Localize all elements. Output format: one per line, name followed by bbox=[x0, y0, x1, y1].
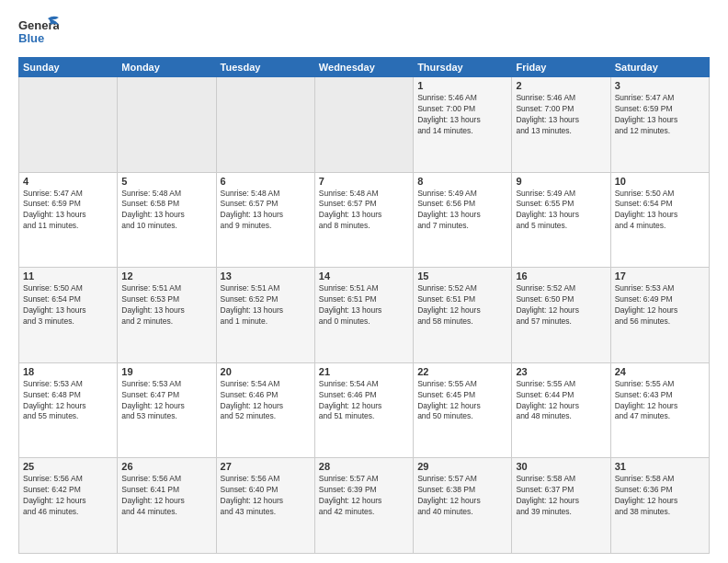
weekday-header-saturday: Saturday bbox=[610, 58, 709, 77]
day-info: Sunrise: 5:50 AMSunset: 6:54 PMDaylight:… bbox=[23, 283, 113, 327]
calendar-cell: 9Sunrise: 5:49 AMSunset: 6:55 PMDaylight… bbox=[512, 172, 610, 268]
day-number: 8 bbox=[417, 176, 507, 187]
weekday-header-wednesday: Wednesday bbox=[314, 58, 413, 77]
day-info: Sunrise: 5:49 AMSunset: 6:56 PMDaylight:… bbox=[417, 189, 507, 233]
day-info: Sunrise: 5:51 AMSunset: 6:53 PMDaylight:… bbox=[121, 283, 211, 327]
day-number: 30 bbox=[516, 461, 606, 472]
calendar-cell bbox=[216, 77, 314, 173]
calendar-cell: 2Sunrise: 5:46 AMSunset: 7:00 PMDaylight… bbox=[512, 77, 610, 173]
day-number: 16 bbox=[516, 270, 606, 282]
calendar-cell: 27Sunrise: 5:56 AMSunset: 6:40 PMDayligh… bbox=[216, 458, 314, 554]
day-info: Sunrise: 5:55 AMSunset: 6:44 PMDaylight:… bbox=[516, 379, 606, 423]
day-info: Sunrise: 5:50 AMSunset: 6:54 PMDaylight:… bbox=[615, 189, 705, 233]
calendar-cell: 30Sunrise: 5:58 AMSunset: 6:37 PMDayligh… bbox=[512, 458, 610, 554]
calendar-cell: 29Sunrise: 5:57 AMSunset: 6:38 PMDayligh… bbox=[414, 458, 512, 554]
day-info: Sunrise: 5:56 AMSunset: 6:41 PMDaylight:… bbox=[121, 474, 211, 518]
calendar-cell: 31Sunrise: 5:58 AMSunset: 6:36 PMDayligh… bbox=[610, 458, 709, 554]
calendar-cell: 16Sunrise: 5:52 AMSunset: 6:50 PMDayligh… bbox=[512, 268, 610, 363]
day-info: Sunrise: 5:56 AMSunset: 6:42 PMDaylight:… bbox=[23, 474, 113, 518]
day-info: Sunrise: 5:48 AMSunset: 6:57 PMDaylight:… bbox=[221, 189, 311, 233]
calendar-cell: 6Sunrise: 5:48 AMSunset: 6:57 PMDaylight… bbox=[216, 172, 314, 268]
day-number: 13 bbox=[221, 270, 311, 282]
day-number: 17 bbox=[615, 270, 705, 282]
day-number: 25 bbox=[23, 461, 113, 472]
day-info: Sunrise: 5:57 AMSunset: 6:39 PMDaylight:… bbox=[319, 474, 409, 518]
day-number: 2 bbox=[516, 80, 606, 91]
day-number: 19 bbox=[121, 366, 211, 377]
calendar-cell: 25Sunrise: 5:56 AMSunset: 6:42 PMDayligh… bbox=[19, 458, 118, 554]
calendar-cell: 11Sunrise: 5:50 AMSunset: 6:54 PMDayligh… bbox=[19, 268, 118, 363]
calendar-week-row: 11Sunrise: 5:50 AMSunset: 6:54 PMDayligh… bbox=[19, 268, 710, 363]
day-number: 31 bbox=[615, 461, 705, 472]
day-number: 5 bbox=[121, 176, 211, 187]
logo: General Blue bbox=[18, 15, 59, 50]
day-info: Sunrise: 5:46 AMSunset: 7:00 PMDaylight:… bbox=[417, 93, 507, 137]
day-number: 29 bbox=[417, 461, 507, 472]
day-info: Sunrise: 5:56 AMSunset: 6:40 PMDaylight:… bbox=[221, 474, 311, 518]
day-number: 23 bbox=[516, 366, 606, 377]
page: General Blue SundayMondayTuesdayWednesda… bbox=[0, 0, 728, 563]
day-number: 18 bbox=[23, 366, 113, 377]
weekday-header-sunday: Sunday bbox=[19, 58, 118, 77]
day-number: 11 bbox=[23, 270, 113, 282]
day-number: 26 bbox=[121, 461, 211, 472]
calendar-week-row: 4Sunrise: 5:47 AMSunset: 6:59 PMDaylight… bbox=[19, 172, 710, 268]
calendar-cell bbox=[314, 77, 413, 173]
calendar-cell: 28Sunrise: 5:57 AMSunset: 6:39 PMDayligh… bbox=[314, 458, 413, 554]
day-info: Sunrise: 5:53 AMSunset: 6:47 PMDaylight:… bbox=[121, 379, 211, 423]
day-number: 28 bbox=[319, 461, 409, 472]
calendar-cell: 19Sunrise: 5:53 AMSunset: 6:47 PMDayligh… bbox=[118, 362, 216, 458]
calendar-cell: 21Sunrise: 5:54 AMSunset: 6:46 PMDayligh… bbox=[314, 362, 413, 458]
calendar-cell: 17Sunrise: 5:53 AMSunset: 6:49 PMDayligh… bbox=[610, 268, 709, 363]
weekday-header-friday: Friday bbox=[512, 58, 610, 77]
day-info: Sunrise: 5:54 AMSunset: 6:46 PMDaylight:… bbox=[319, 379, 409, 423]
day-number: 6 bbox=[221, 176, 311, 187]
calendar-cell: 1Sunrise: 5:46 AMSunset: 7:00 PMDaylight… bbox=[414, 77, 512, 173]
calendar: SundayMondayTuesdayWednesdayThursdayFrid… bbox=[18, 57, 710, 554]
calendar-week-row: 25Sunrise: 5:56 AMSunset: 6:42 PMDayligh… bbox=[19, 458, 710, 554]
calendar-cell: 26Sunrise: 5:56 AMSunset: 6:41 PMDayligh… bbox=[118, 458, 216, 554]
day-info: Sunrise: 5:57 AMSunset: 6:38 PMDaylight:… bbox=[417, 474, 507, 518]
calendar-cell: 22Sunrise: 5:55 AMSunset: 6:45 PMDayligh… bbox=[414, 362, 512, 458]
day-info: Sunrise: 5:52 AMSunset: 6:50 PMDaylight:… bbox=[516, 283, 606, 327]
weekday-header-monday: Monday bbox=[118, 58, 216, 77]
day-info: Sunrise: 5:53 AMSunset: 6:49 PMDaylight:… bbox=[615, 283, 705, 327]
calendar-cell: 15Sunrise: 5:52 AMSunset: 6:51 PMDayligh… bbox=[414, 268, 512, 363]
day-number: 27 bbox=[221, 461, 311, 472]
calendar-cell: 18Sunrise: 5:53 AMSunset: 6:48 PMDayligh… bbox=[19, 362, 118, 458]
calendar-week-row: 18Sunrise: 5:53 AMSunset: 6:48 PMDayligh… bbox=[19, 362, 710, 458]
calendar-cell: 7Sunrise: 5:48 AMSunset: 6:57 PMDaylight… bbox=[314, 172, 413, 268]
calendar-cell bbox=[19, 77, 118, 173]
day-number: 22 bbox=[417, 366, 507, 377]
day-info: Sunrise: 5:52 AMSunset: 6:51 PMDaylight:… bbox=[417, 283, 507, 327]
calendar-cell: 8Sunrise: 5:49 AMSunset: 6:56 PMDaylight… bbox=[414, 172, 512, 268]
day-number: 12 bbox=[121, 270, 211, 282]
day-info: Sunrise: 5:58 AMSunset: 6:36 PMDaylight:… bbox=[615, 474, 705, 518]
day-number: 20 bbox=[221, 366, 311, 377]
day-info: Sunrise: 5:55 AMSunset: 6:43 PMDaylight:… bbox=[615, 379, 705, 423]
calendar-cell bbox=[118, 77, 216, 173]
weekday-header-row: SundayMondayTuesdayWednesdayThursdayFrid… bbox=[19, 58, 710, 77]
day-info: Sunrise: 5:58 AMSunset: 6:37 PMDaylight:… bbox=[516, 474, 606, 518]
day-info: Sunrise: 5:47 AMSunset: 6:59 PMDaylight:… bbox=[23, 189, 113, 233]
day-info: Sunrise: 5:55 AMSunset: 6:45 PMDaylight:… bbox=[417, 379, 507, 423]
calendar-cell: 12Sunrise: 5:51 AMSunset: 6:53 PMDayligh… bbox=[118, 268, 216, 363]
day-info: Sunrise: 5:46 AMSunset: 7:00 PMDaylight:… bbox=[516, 93, 606, 137]
weekday-header-tuesday: Tuesday bbox=[216, 58, 314, 77]
header: General Blue bbox=[18, 15, 710, 50]
day-number: 9 bbox=[516, 176, 606, 187]
day-info: Sunrise: 5:51 AMSunset: 6:52 PMDaylight:… bbox=[221, 283, 311, 327]
weekday-header-thursday: Thursday bbox=[414, 58, 512, 77]
day-info: Sunrise: 5:54 AMSunset: 6:46 PMDaylight:… bbox=[221, 379, 311, 423]
calendar-cell: 24Sunrise: 5:55 AMSunset: 6:43 PMDayligh… bbox=[610, 362, 709, 458]
day-info: Sunrise: 5:48 AMSunset: 6:57 PMDaylight:… bbox=[319, 189, 409, 233]
calendar-cell: 14Sunrise: 5:51 AMSunset: 6:51 PMDayligh… bbox=[314, 268, 413, 363]
calendar-cell: 3Sunrise: 5:47 AMSunset: 6:59 PMDaylight… bbox=[610, 77, 709, 173]
day-info: Sunrise: 5:47 AMSunset: 6:59 PMDaylight:… bbox=[615, 93, 705, 137]
day-number: 15 bbox=[417, 270, 507, 282]
day-number: 14 bbox=[319, 270, 409, 282]
day-number: 21 bbox=[319, 366, 409, 377]
calendar-cell: 4Sunrise: 5:47 AMSunset: 6:59 PMDaylight… bbox=[19, 172, 118, 268]
calendar-cell: 20Sunrise: 5:54 AMSunset: 6:46 PMDayligh… bbox=[216, 362, 314, 458]
day-info: Sunrise: 5:48 AMSunset: 6:58 PMDaylight:… bbox=[121, 189, 211, 233]
